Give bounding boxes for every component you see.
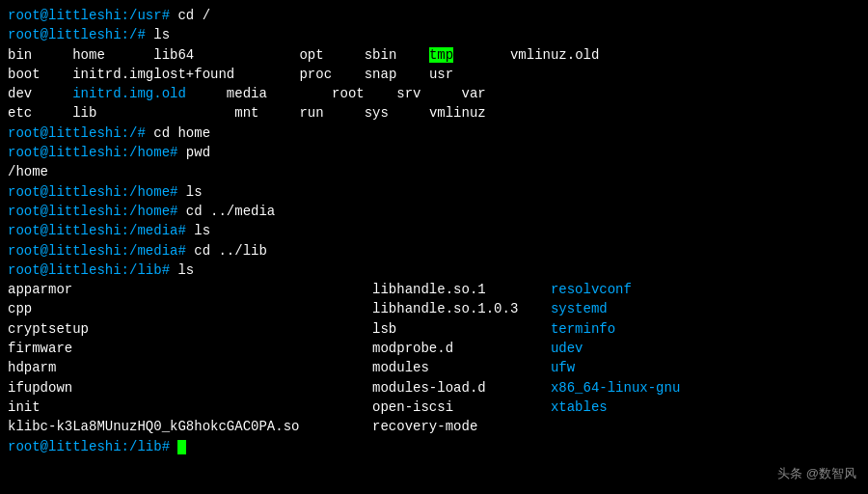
terminal: root@littleshi:/usr# cd /root@littleshi:…: [0, 0, 868, 494]
terminal-line: etc lib mnt run sys vmlinuz: [8, 103, 860, 123]
terminal-line: init open-iscsi xtables: [8, 398, 860, 417]
terminal-line: boot initrd.imglost+found proc snap usr: [8, 65, 860, 84]
terminal-line: root@littleshi:/home# cd ../media: [8, 202, 860, 221]
terminal-line: /home: [8, 162, 860, 181]
terminal-cursor: [177, 440, 186, 454]
terminal-line: ifupdown modules-load.d x86_64-linux-gnu: [8, 378, 860, 398]
terminal-line: root@littleshi:/media# cd ../lib: [8, 241, 860, 261]
terminal-line: root@littleshi:/media# ls: [8, 221, 860, 240]
terminal-line: root@littleshi:/lib#: [8, 437, 860, 456]
terminal-line: dev initrd.img.old media root srv var: [8, 84, 860, 103]
terminal-line: firmware modprobe.d udev: [8, 339, 860, 358]
terminal-line: root@littleshi:/lib# ls: [8, 261, 860, 280]
terminal-line: hdparm modules ufw: [8, 358, 860, 377]
terminal-line: klibc-k3La8MUnuzHQ0_kG8hokcGAC0PA.so rec…: [8, 417, 860, 436]
terminal-line: cpp libhandle.so.1.0.3 systemd: [8, 299, 860, 318]
terminal-line: root@littleshi:/home# ls: [8, 182, 860, 202]
terminal-line: root@littleshi:/# cd home: [8, 124, 860, 143]
terminal-line: root@littleshi:/usr# cd /: [8, 6, 860, 25]
terminal-line: cryptsetup lsb terminfo: [8, 319, 860, 339]
watermark: 头条 @数智风: [777, 465, 856, 482]
terminal-line: root@littleshi:/# ls: [8, 25, 860, 44]
terminal-line: root@littleshi:/home# pwd: [8, 143, 860, 162]
terminal-line: bin home lib64 opt sbin tmp vmlinuz.old: [8, 45, 860, 65]
terminal-line: apparmor libhandle.so.1 resolvconf: [8, 280, 860, 299]
